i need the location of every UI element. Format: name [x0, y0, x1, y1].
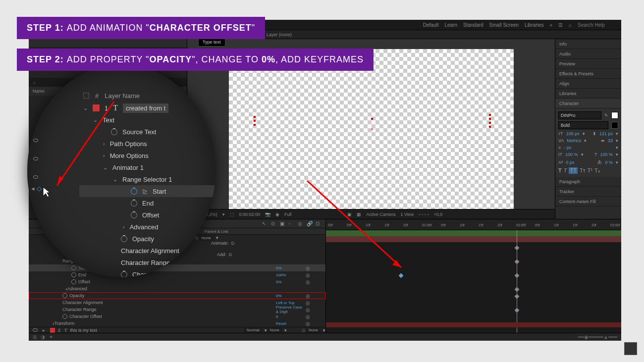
workspace-libraries[interactable]: Libraries — [525, 22, 543, 28]
visibility-icon[interactable] — [33, 139, 38, 142]
panel-audio[interactable]: Audio — [555, 49, 621, 59]
keyframe[interactable] — [515, 246, 520, 251]
canvas[interactable]: THIS IS MY TEXT — [229, 49, 514, 209]
overflow-icon[interactable]: » — [549, 22, 552, 28]
mode-dropdown[interactable]: Normal — [244, 327, 263, 333]
time-ruler[interactable]: 00f05f10f15f20f01:00f05f10f15f20f02:00f0… — [326, 219, 621, 230]
prop-animator-1[interactable]: ⌄Animator 1 — [79, 161, 215, 173]
tool-icon[interactable]: 🔗 — [307, 221, 313, 227]
workspace-default[interactable]: Default — [423, 22, 439, 28]
time-display[interactable]: 0:00:02:00 — [239, 212, 261, 217]
timeline-property-row[interactable]: Character Offset0◎ — [29, 313, 325, 320]
workspace-learn[interactable]: Learn — [444, 22, 457, 28]
stopwatch-icon[interactable] — [71, 265, 76, 270]
layer-name[interactable]: this is my text — [70, 328, 244, 333]
panel-effects-presets[interactable]: Effects & Presets — [555, 69, 621, 79]
all-caps[interactable]: TT — [569, 167, 577, 174]
resolution-dropdown[interactable]: Full — [284, 212, 292, 217]
graph-icon[interactable]: ⊵ — [142, 188, 148, 195]
stopwatch-icon[interactable] — [71, 279, 76, 284]
trkmat-dropdown[interactable]: None — [267, 327, 282, 333]
timeline-property-row[interactable]: Start0%◎ — [29, 264, 325, 271]
panel-align[interactable]: Align — [555, 79, 621, 89]
prop-source-text[interactable]: Source Text — [79, 126, 215, 138]
region-icon[interactable]: ⬚ — [230, 212, 234, 217]
prop-advanced[interactable]: ›Advanced — [79, 221, 215, 233]
label-color[interactable] — [93, 104, 100, 111]
font-family-dropdown[interactable]: DINPro — [558, 111, 601, 119]
prop-start[interactable]: ⊵Start — [79, 185, 215, 197]
panel-menu-icon[interactable]: ☰ — [558, 22, 563, 28]
camera-dropdown[interactable]: Active Camera — [366, 212, 395, 217]
prop-range-selector[interactable]: ⌄Range Selector 1 — [79, 173, 215, 185]
toggle-switches-icon[interactable]: ⊞ — [33, 334, 37, 340]
label-icon[interactable] — [83, 93, 89, 99]
stopwatch-icon[interactable] — [111, 129, 117, 135]
font-size[interactable]: 108 px — [566, 131, 580, 136]
subscript[interactable]: T₁ — [594, 167, 600, 174]
baseline[interactable]: 0 px — [566, 160, 574, 165]
layer-row[interactable]: ▸ 2 T this is my text Normal▾ None▾ ◎ No… — [29, 327, 325, 333]
tsumi[interactable]: 0 % — [605, 160, 613, 165]
panel-tracker[interactable]: Tracker — [555, 187, 621, 197]
view-icons[interactable]: ▫ ▫ ▫ ▫ — [419, 212, 429, 217]
zoom-slider[interactable]: ━━◉━━━━━▲━━━ — [578, 334, 617, 340]
add-property-icon[interactable]: ⊙ — [228, 252, 232, 257]
tool-icon[interactable]: ⊙ — [271, 221, 277, 227]
superscript[interactable]: T¹ — [588, 167, 592, 174]
track-area[interactable] — [326, 230, 621, 333]
keyframe[interactable] — [515, 294, 520, 299]
layer-name[interactable]: created from t — [123, 103, 168, 113]
search-icon[interactable]: ⌕ — [569, 22, 572, 28]
chevron-down-icon[interactable]: ⌄ — [83, 105, 88, 111]
workspace-small-screen[interactable]: Small Screen — [489, 22, 519, 28]
stopwatch-icon[interactable] — [71, 272, 76, 277]
timeline-property-row[interactable]: Opacity0%◎ — [29, 292, 325, 299]
timeline-property-row[interactable]: End100%◎ — [29, 271, 325, 278]
leading[interactable]: 121 px — [599, 131, 613, 136]
panel-content-aware-fill[interactable]: Content-Aware Fill — [555, 197, 621, 207]
stopwatch-icon[interactable] — [121, 271, 127, 278]
faux-italic[interactable]: T — [564, 167, 567, 174]
transparency-icon[interactable]: ▦ — [357, 212, 361, 217]
panel-info[interactable]: Info — [555, 39, 621, 49]
h-scale[interactable]: 100 % — [600, 152, 613, 157]
font-style-dropdown[interactable]: Bold — [558, 121, 608, 129]
tool-icon[interactable]: ▣ — [280, 221, 286, 227]
animate-add-icon[interactable]: ⊙ — [231, 241, 235, 246]
tool-icon[interactable]: ▫ — [289, 221, 295, 227]
visibility-icon[interactable] — [33, 157, 38, 160]
workspace-standard[interactable]: Standard — [463, 22, 483, 28]
stopwatch-icon[interactable] — [131, 188, 137, 195]
timeline-property-row[interactable]: ›TransformReset◎ — [29, 320, 325, 327]
stopwatch-icon[interactable] — [121, 236, 127, 242]
tool-icon[interactable]: ◎ — [298, 221, 304, 227]
v-scale[interactable]: 100 % — [565, 152, 578, 157]
exposure-value[interactable]: +0,0 — [434, 212, 443, 217]
prop-end[interactable]: End — [79, 197, 215, 209]
visibility-icon[interactable] — [33, 175, 38, 179]
keyframe[interactable] — [515, 259, 520, 264]
search-help-input[interactable] — [578, 22, 617, 28]
tool-icon[interactable]: ↖ — [262, 221, 268, 227]
stopwatch-icon[interactable] — [62, 293, 67, 298]
prop-text[interactable]: ⌄Text — [79, 114, 215, 126]
prop-offset[interactable]: Offset — [79, 209, 215, 221]
parent-dropdown[interactable]: None — [199, 235, 214, 241]
col-parent[interactable]: Parent & Link — [205, 229, 228, 234]
keyframe[interactable] — [515, 287, 520, 292]
visibility-icon[interactable] — [33, 328, 38, 332]
channel-icon[interactable]: ◉ — [275, 212, 279, 217]
keyframe[interactable] — [399, 273, 404, 278]
timeline-tracks[interactable]: 00f05f10f15f20f01:00f05f10f15f20f02:00f0… — [326, 219, 621, 333]
stroke-swatch[interactable] — [611, 122, 618, 129]
snapshot-icon[interactable]: 📷 — [265, 212, 270, 217]
stopwatch-icon[interactable] — [131, 200, 137, 207]
roi-icon[interactable]: ▣ — [347, 212, 352, 217]
label-color[interactable] — [50, 328, 55, 333]
panel-preview[interactable]: Preview — [555, 59, 621, 69]
kerning[interactable]: Metrics — [567, 138, 581, 143]
prop-more-options[interactable]: ›More Options — [79, 150, 215, 161]
prop-path-options[interactable]: ›Path Options — [79, 138, 215, 150]
timeline-property-row[interactable]: ›Advanced — [29, 285, 325, 292]
